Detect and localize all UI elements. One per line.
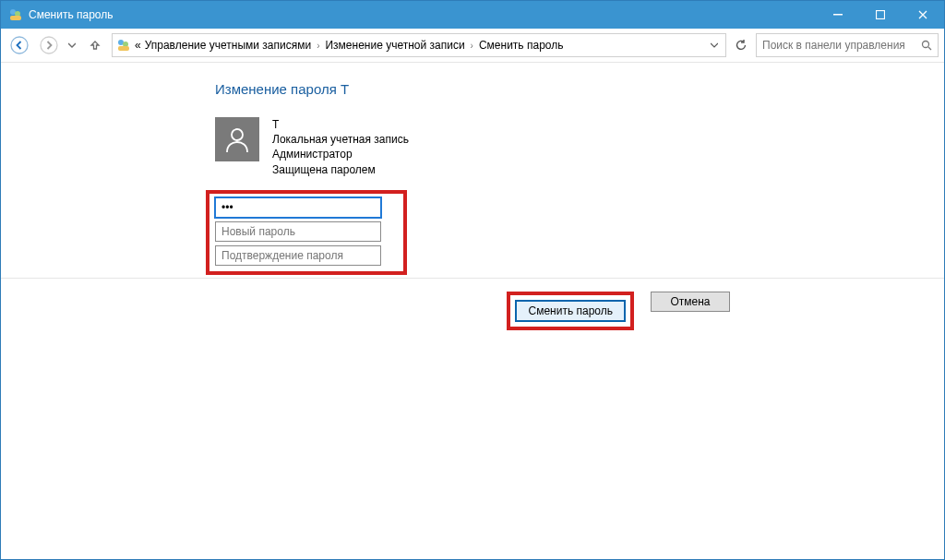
footer-actions: Сменить пароль Отмена <box>1 278 944 345</box>
breadcrumb-item[interactable]: Изменение учетной записи <box>325 39 464 52</box>
minimize-button[interactable] <box>817 1 859 29</box>
svg-line-11 <box>928 47 931 50</box>
account-role: Администратор <box>272 147 409 161</box>
maximize-button[interactable] <box>859 1 902 29</box>
svg-rect-4 <box>877 11 885 19</box>
account-info: T Локальная учетная запись Администратор… <box>272 117 409 177</box>
window-title: Сменить пароль <box>29 8 114 21</box>
bottom-whitespace <box>1 345 944 560</box>
avatar <box>215 117 259 161</box>
breadcrumb-item-current[interactable]: Сменить пароль <box>479 39 564 52</box>
nav-forward-button[interactable] <box>36 32 62 58</box>
svg-point-6 <box>41 37 57 54</box>
chevron-right-icon: › <box>469 41 475 51</box>
breadcrumb-prefix: « <box>135 39 141 52</box>
confirm-password-input[interactable] <box>215 245 381 266</box>
change-password-button[interactable]: Сменить пароль <box>516 301 625 321</box>
titlebar: Сменить пароль <box>1 1 944 29</box>
nav-up-button[interactable] <box>82 32 108 58</box>
close-button[interactable] <box>902 1 944 29</box>
recent-locations-dropdown[interactable] <box>66 32 78 58</box>
content-area: Изменение пароля T T Локальная учетная з… <box>1 63 944 278</box>
breadcrumb-bar[interactable]: « Управление учетными записями › Изменен… <box>112 33 726 57</box>
svg-point-5 <box>11 37 28 54</box>
search-box[interactable] <box>756 33 939 57</box>
account-username: T <box>272 117 409 132</box>
svg-point-12 <box>232 129 243 140</box>
chevron-right-icon: › <box>315 41 321 51</box>
account-summary: T Локальная учетная запись Администратор… <box>215 117 806 177</box>
current-password-input[interactable] <box>215 197 381 218</box>
search-input[interactable] <box>760 38 919 53</box>
new-password-input[interactable] <box>215 221 381 242</box>
cancel-button[interactable]: Отмена <box>651 292 730 312</box>
password-fields-highlight <box>206 190 407 275</box>
toolbar: « Управление учетными записями › Изменен… <box>1 29 944 63</box>
user-accounts-icon <box>8 7 23 22</box>
user-accounts-icon <box>116 38 131 53</box>
window-frame: Сменить пароль « Управлен <box>0 0 945 560</box>
submit-button-highlight: Сменить пароль <box>507 292 634 330</box>
account-protection: Защищена паролем <box>272 162 409 177</box>
breadcrumb-item[interactable]: Управление учетными записями <box>145 39 311 52</box>
page-title: Изменение пароля T <box>215 81 806 97</box>
svg-rect-2 <box>10 16 21 20</box>
refresh-button[interactable] <box>730 34 752 56</box>
svg-point-10 <box>923 42 929 48</box>
breadcrumb-dropdown-icon[interactable] <box>707 39 722 52</box>
nav-back-button[interactable] <box>6 32 32 58</box>
account-type: Локальная учетная запись <box>272 132 409 147</box>
search-icon <box>919 40 934 51</box>
svg-rect-3 <box>833 14 843 16</box>
svg-rect-9 <box>118 46 129 51</box>
